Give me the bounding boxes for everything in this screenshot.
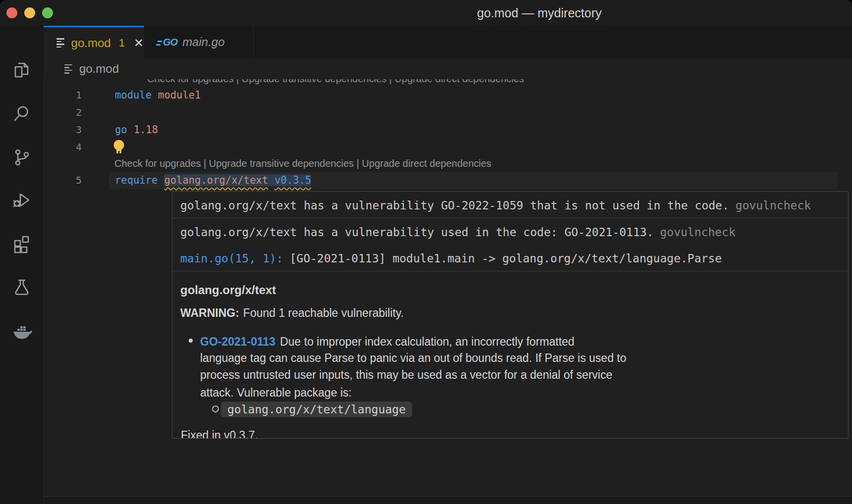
vuln-desc-line-1: GO-2021-0113Due to improper index calcul… (200, 335, 575, 349)
keyword-go: go (115, 124, 127, 136)
line-number-4: 4 (44, 139, 82, 156)
warning-text: Found 1 reachable vulnerability. (243, 306, 404, 319)
line-number-3: 3 (44, 121, 82, 139)
fixed-in-line: Fixed in v0.3.7. (181, 429, 258, 439)
diagnostic-1-message: golang.org/x/text has a vulnerability GO… (180, 199, 729, 212)
vuln-desc-line-2: language tag can cause Parse to panic vi… (200, 352, 627, 365)
line-number-5: 5 (44, 172, 82, 189)
explorer-icon[interactable] (11, 59, 33, 81)
related-information: main.go(15, 1):[GO-2021-0113] module1.ma… (180, 252, 722, 265)
diagnostic-2-message: golang.org/x/text has a vulnerability us… (180, 226, 653, 239)
breadcrumb[interactable]: go.mod (44, 58, 852, 79)
go-version: 1.18 (134, 124, 158, 136)
tab-go-mod-label: go.mod (71, 36, 111, 50)
window-close-button[interactable] (6, 7, 17, 18)
dependency-version: v0.3.5 (274, 174, 311, 186)
clipped-codelens-line: Check for upgrades | Upgrade transitive … (147, 79, 593, 85)
code-line-3[interactable]: go1.18 (115, 121, 158, 139)
tooltip-separator-2 (172, 271, 848, 271)
tab-problem-count-badge: 1 (119, 37, 125, 50)
go-mod-file-icon (56, 38, 65, 48)
tab-main-go-label: main.go (182, 35, 224, 49)
tab-main-go[interactable]: GO main.go (145, 26, 254, 58)
activity-bar (0, 26, 44, 504)
warning-label: WARNING: (180, 306, 239, 319)
vulnerable-package-chip: golang.org/x/text/language (221, 402, 412, 417)
line-number-1: 1 (44, 87, 82, 104)
docker-icon[interactable] (11, 320, 33, 342)
testing-icon[interactable] (11, 277, 33, 299)
codelens-upgrade-actions[interactable]: Check for upgrades | Upgrade transitive … (114, 156, 491, 171)
vuln-desc-line-4: attack. Vulnerable package is: (200, 386, 352, 400)
titlebar: go.mod — mydirectory (0, 0, 852, 26)
sub-bullet-circle (212, 405, 219, 412)
line-number-2: 2 (44, 104, 82, 121)
breadcrumb-label: go.mod (79, 62, 119, 76)
window-title: go.mod — mydirectory (477, 6, 601, 20)
extensions-icon[interactable] (11, 233, 33, 255)
diagnostic-2: golang.org/x/text has a vulnerability us… (180, 226, 736, 239)
hover-tooltip: golang.org/x/text has a vulnerability GO… (172, 191, 849, 439)
hovered-dependency-range[interactable]: golang.org/x/textv0.3.5 (164, 174, 311, 186)
code-line-5[interactable]: requiregolang.org/x/textv0.3.5 (115, 172, 311, 189)
breadcrumb-file-icon (64, 64, 73, 74)
go-logo-text: GO (163, 37, 177, 48)
diagnostic-2-source: govulncheck (660, 226, 735, 239)
source-control-icon[interactable] (11, 147, 33, 168)
vuln-id-link[interactable]: GO-2021-0113 (200, 335, 275, 348)
run-and-debug-icon[interactable] (11, 190, 33, 211)
tooltip-separator-1 (172, 218, 848, 218)
keyword-module: module (115, 89, 152, 101)
panel-area (44, 497, 852, 504)
related-message: [GO-2021-0113] module1.main -> golang.or… (290, 252, 722, 265)
window-minimize-button[interactable] (24, 7, 35, 18)
tab-close-icon[interactable]: ✕ (134, 36, 144, 50)
tab-bar: go.mod 1 ✕ GO main.go (44, 26, 852, 58)
diagnostic-1: golang.org/x/text has a vulnerability GO… (180, 199, 811, 212)
window-zoom-button[interactable] (42, 7, 53, 18)
vuln-desc-line-3: process untrusted user inputs, this may … (200, 368, 612, 382)
go-logo-icon (158, 41, 162, 46)
lightbulb-icon[interactable] (113, 140, 125, 155)
vscode-window: go.mod — mydirectory (0, 0, 852, 504)
keyword-require: require (115, 174, 158, 186)
related-location-link[interactable]: main.go(15, 1): (180, 252, 283, 265)
vuln-warning-line: WARNING:Found 1 reachable vulnerability. (180, 306, 404, 320)
dependency-package: golang.org/x/text (164, 174, 268, 186)
vuln-package-title: golang.org/x/text (180, 283, 276, 297)
code-line-1[interactable]: modulemodule1 (115, 87, 201, 104)
module-name: module1 (158, 89, 201, 101)
bullet-dot (189, 339, 193, 343)
search-icon[interactable] (11, 103, 33, 125)
tab-go-mod[interactable]: go.mod 1 ✕ (44, 26, 144, 58)
diagnostic-1-source: govulncheck (736, 199, 811, 212)
